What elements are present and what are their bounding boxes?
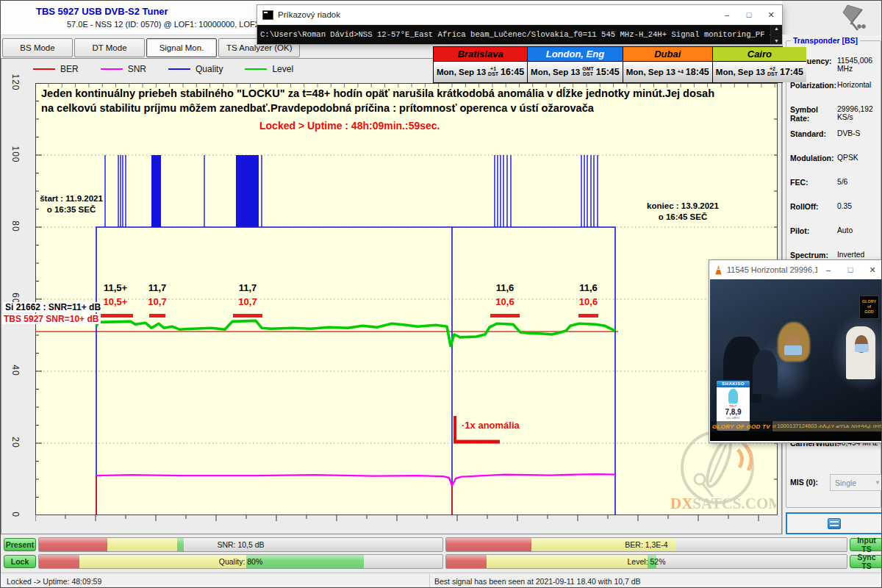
cmd-console[interactable]: C:\Users\Roman Dávid>NSS 12-57°E_East Af… bbox=[257, 25, 782, 44]
nun-figure bbox=[846, 326, 875, 379]
status-separator bbox=[429, 574, 430, 587]
cmd-icon bbox=[262, 10, 273, 20]
legend-snr: SNR bbox=[101, 64, 146, 74]
y-tick-label: 100 bbox=[10, 143, 21, 165]
app-window: TBS 5927 USB DVB-S2 Tuner 57.0E - NSS 12… bbox=[0, 0, 882, 588]
list-icon bbox=[828, 518, 841, 529]
watermark-dx: DX bbox=[670, 495, 692, 512]
y-tick-label: 120 bbox=[10, 71, 21, 93]
peak-underline bbox=[98, 314, 133, 318]
vlc-title: 11545 Horizontal 29996,192 / ... bbox=[727, 265, 817, 274]
vlc-titlebar[interactable]: 11545 Horizontal 29996,192 / ... – □ ✕ bbox=[709, 260, 882, 279]
tab-dt-mode[interactable]: DT Mode bbox=[74, 38, 145, 57]
y-tick-label: 80 bbox=[10, 215, 21, 237]
transponder-group-title: Transponder [BS] bbox=[791, 36, 860, 45]
cmd-title: Príkazový riadok bbox=[278, 10, 716, 19]
app-title: TBS 5927 USB DVB-S2 Tuner bbox=[36, 6, 168, 17]
vlc-close-icon[interactable]: ✕ bbox=[861, 261, 882, 279]
legend-quality: Quality bbox=[168, 64, 223, 74]
cmd-scrollbar[interactable]: ▲ ▼ bbox=[770, 25, 782, 44]
tab-signal-mon[interactable]: Signal Mon. bbox=[146, 38, 217, 57]
ts-list-button[interactable] bbox=[786, 512, 882, 534]
tab-bs-mode[interactable]: BS Mode bbox=[2, 38, 73, 57]
peak-label: 11,610,6 bbox=[568, 282, 609, 318]
level-bar: Level: 52% bbox=[445, 554, 847, 569]
level-line-swatch bbox=[245, 68, 267, 70]
legend-ber: BER bbox=[33, 64, 79, 74]
presenter-figure bbox=[728, 389, 738, 404]
vlc-minimize-icon[interactable]: – bbox=[817, 261, 839, 279]
y-tick-label: 20 bbox=[10, 431, 21, 453]
present-indicator[interactable]: Present bbox=[4, 538, 36, 551]
peak-underline bbox=[490, 314, 520, 318]
letterbox-bar bbox=[710, 431, 882, 441]
peak-label: 11,710,7 bbox=[223, 282, 273, 318]
cmd-titlebar[interactable]: Príkazový riadok – □ ✕ bbox=[257, 5, 782, 25]
watermark-rest: SATCS.COM bbox=[692, 495, 776, 512]
legend-level: Level bbox=[245, 64, 293, 74]
clock-dubai: Dubai Mon, Sep 13 +4 18:45 bbox=[623, 47, 713, 82]
snr-line-swatch bbox=[101, 68, 123, 70]
cmd-minimize-icon[interactable]: – bbox=[716, 6, 738, 24]
locked-uptime-label: Locked > Uptime : 48h:09min.:59sec. bbox=[259, 120, 440, 132]
glory-of-god-logo: GLORYofGOD bbox=[859, 295, 879, 319]
transponder-rows: Frequency:11545,006 MHz Polarization:Hor… bbox=[790, 57, 880, 275]
peak-label: 11,610,6 bbox=[480, 282, 530, 318]
quality-bar: Quality: 80% bbox=[38, 554, 443, 569]
peak-underline bbox=[578, 314, 598, 318]
quality-line-swatch bbox=[168, 68, 190, 70]
status-row-1: Present SNR: 10,5 dB BER: 1,3E-4 Input T… bbox=[1, 537, 882, 552]
cmd-command-line: C:\Users\Roman Dávid>NSS 12-57°E_East Af… bbox=[257, 30, 770, 39]
ber-bar: BER: 1,3E-4 bbox=[445, 537, 847, 552]
clock-cairo: Cairo Mon, Sep 13 +2DST 17:45 bbox=[713, 47, 806, 82]
satellite-dish-icon[interactable] bbox=[833, 2, 874, 33]
news-ticker: GLORY OF GOD TV በ 1000137124603 ሐሌፊሃ ወንጌ… bbox=[710, 421, 882, 431]
mode-tabs: BS Mode DT Mode Signal Mon. TS Analyzer … bbox=[2, 38, 300, 57]
world-clocks: Bratislava Mon, Sep 13 +1DST 16:45 Londo… bbox=[433, 46, 783, 83]
y-tick-label: 40 bbox=[10, 359, 21, 381]
lock-indicator[interactable]: Lock bbox=[4, 555, 36, 568]
crowd-figure bbox=[753, 350, 778, 394]
y-tick-label: 0 bbox=[10, 503, 21, 526]
sync-ts-indicator[interactable]: Sync TS bbox=[850, 555, 882, 568]
peak-underline bbox=[233, 314, 262, 318]
uptime-status: Locked -> Uptime: 48:09:59 bbox=[7, 577, 101, 586]
snr-ref-si21662: Si 21662 : SNR=11+ dB bbox=[3, 302, 103, 312]
chart-headline: Jeden kontinuálny priebeh stabilného "LO… bbox=[41, 86, 772, 115]
clock-london: London, Eng Mon, Sep 13 GMTDST 15:45 bbox=[528, 47, 623, 82]
chart-legend: BER SNR Quality Level bbox=[33, 63, 293, 75]
command-prompt-window: Príkazový riadok – □ ✕ C:\Users\Roman Dá… bbox=[257, 4, 783, 45]
end-annotation: koniec : 13.9.2021o 16:45 SEČ bbox=[618, 201, 747, 223]
vlc-video-area[interactable]: GLORYofGOD SHAKISO ሻኪሶ 7,8,9 ብሩ አሸናፊ GLO… bbox=[710, 279, 882, 441]
vlc-player-window: 11545 Horizontal 29996,192 / ... – □ ✕ G… bbox=[709, 259, 882, 443]
status-row-2: Lock Quality: 80% Level: 52% Sync TS bbox=[1, 554, 882, 569]
start-annotation: štart : 11.9.2021o 16:35 SEČ bbox=[30, 193, 112, 215]
peak-underline bbox=[149, 314, 165, 318]
cmd-close-icon[interactable]: ✕ bbox=[760, 6, 782, 24]
anomaly-annotation: ·1x anomália bbox=[462, 420, 520, 431]
snr-ref-tbs5927: TBS 5927 SNR=10+ dB bbox=[1, 314, 101, 324]
best-signal-status: Best signal has been seen at 2021-09-11 … bbox=[434, 577, 641, 586]
ber-line-swatch bbox=[33, 68, 55, 70]
vlc-cone-icon bbox=[714, 265, 723, 275]
mis-dropdown[interactable]: Single ▼ bbox=[830, 474, 882, 491]
scroll-down-icon[interactable]: ▼ bbox=[774, 37, 779, 44]
snr-bar: SNR: 10,5 dB bbox=[38, 537, 443, 552]
vlc-maximize-icon[interactable]: □ bbox=[839, 261, 861, 279]
input-ts-indicator[interactable]: Input TS bbox=[850, 538, 882, 551]
peak-label: 11,710,7 bbox=[139, 282, 176, 318]
scroll-up-icon[interactable]: ▲ bbox=[774, 25, 779, 32]
chevron-down-icon: ▼ bbox=[875, 479, 881, 486]
svg-text:DXSATCS.COM: DXSATCS.COM bbox=[670, 495, 776, 512]
face-mask bbox=[784, 345, 802, 355]
clock-bratislava: Bratislava Mon, Sep 13 +1DST 16:45 bbox=[434, 47, 528, 82]
face-mask bbox=[855, 344, 869, 352]
cmd-maximize-icon[interactable]: □ bbox=[738, 6, 760, 24]
